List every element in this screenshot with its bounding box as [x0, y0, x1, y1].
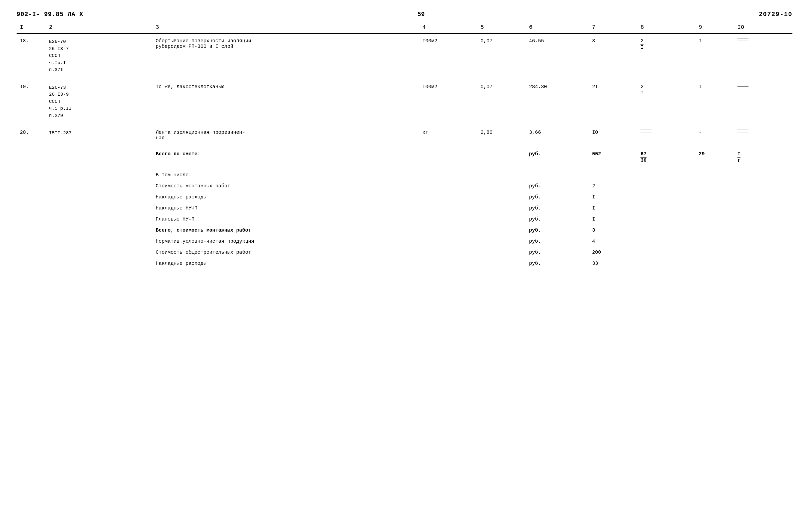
breakdown-label: Накладные расходы: [152, 257, 419, 268]
col-header-2: 2: [46, 21, 152, 33]
row-col9: I: [695, 33, 734, 76]
row-col8: [637, 121, 695, 143]
breakdown-title: В том числе:: [152, 166, 419, 180]
summary-unit: руб.: [526, 143, 589, 166]
col-header-5: 5: [477, 21, 526, 33]
breakdown-value: 200: [589, 246, 637, 257]
table-row: I8. Е26-7026.I3-7СССПч.Iр.Iп.37I Обертыв…: [17, 33, 792, 76]
breakdown-label: Норматив.условно-чистая продукция: [152, 235, 419, 246]
summary-val7: 552: [589, 143, 637, 166]
row-ref: Е26-7026.I3-7СССПч.Iр.Iп.37I: [46, 33, 152, 76]
row-unit: кг: [419, 121, 478, 143]
table-row: 20. I5II-287 Лента изоляционная прорезин…: [17, 121, 792, 143]
summary-val9: 29: [695, 143, 734, 166]
row-desc: Обертывание поверхности изоляциирубероид…: [152, 33, 419, 76]
breakdown-unit: руб.: [526, 213, 589, 224]
breakdown-label: Стоимость монтажных работ: [152, 180, 419, 191]
row-col7: 3: [589, 33, 637, 76]
row-col5: 0,07: [477, 33, 526, 76]
row-col8: 2 I: [637, 76, 695, 122]
fraction: I г: [737, 152, 740, 163]
breakdown-row: Норматив.условно-чистая продукция руб. 4: [17, 235, 792, 246]
fraction: 2 I: [640, 84, 643, 96]
col-header-6: 6: [526, 21, 589, 33]
row-col6: 284,30: [526, 76, 589, 122]
fraction: 67 30: [640, 152, 647, 163]
breakdown-label: Плановые НУЧП: [152, 213, 419, 224]
row-col7: I0: [589, 121, 637, 143]
row-num: 20.: [17, 121, 46, 143]
row-col5: 0,07: [477, 76, 526, 122]
row-col10: [734, 33, 792, 76]
row-col9: I: [695, 76, 734, 122]
breakdown-row: Всего, стоимость монтажных работ руб. 3: [17, 224, 792, 235]
summary-row: Всего по смете: руб. 552 67 30 29 I г: [17, 143, 792, 166]
row-desc: Лента изоляционная прорезинен-ная: [152, 121, 419, 143]
col-header-3: 3: [152, 21, 419, 33]
col-header-7: 7: [589, 21, 637, 33]
breakdown-unit: руб.: [526, 257, 589, 268]
breakdown-row: Накладные расходы руб. I: [17, 191, 792, 202]
row-col7: 2I: [589, 76, 637, 122]
row-col10: [734, 76, 792, 122]
breakdown-row: Накладные НУЧП руб. I: [17, 202, 792, 213]
row-num: I8.: [17, 33, 46, 76]
col-header-8: 8: [637, 21, 695, 33]
summary-val10: I г: [734, 143, 792, 166]
row-num: I9.: [17, 76, 46, 122]
breakdown-title-row: В том числе:: [17, 166, 792, 180]
row-unit: I00м2: [419, 76, 478, 122]
summary-val8: 67 30: [637, 143, 695, 166]
breakdown-unit: руб.: [526, 224, 589, 235]
main-table: I 2 3 4 5 6 7 8 9 IO I8. Е26-7026.I3-7СС…: [17, 21, 792, 268]
breakdown-label: Стоимость общестроительных работ: [152, 246, 419, 257]
breakdown-label: Накладные НУЧП: [152, 202, 419, 213]
row-col6: 3,66: [526, 121, 589, 143]
breakdown-row: Стоимость монтажных работ руб. 2: [17, 180, 792, 191]
col-header-1: I: [17, 21, 46, 33]
row-ref: Е26-7326.I3-9СССПч.5 р.IIп.279: [46, 76, 152, 122]
row-ref: I5II-287: [46, 121, 152, 143]
row-col8: 2 I: [637, 33, 695, 76]
header-center: 59: [417, 11, 425, 18]
table-row: I9. Е26-7326.I3-9СССПч.5 р.IIп.279 То же…: [17, 76, 792, 122]
breakdown-value: I: [589, 213, 637, 224]
row-desc: То же, лакостеклотканью: [152, 76, 419, 122]
breakdown-row: Стоимость общестроительных работ руб. 20…: [17, 246, 792, 257]
page-header: 902-I- 99.85 ЛА Х 59 20729-10: [17, 11, 792, 18]
summary-empty: [46, 143, 152, 166]
breakdown-unit: руб.: [526, 202, 589, 213]
row-col5: 2,80: [477, 121, 526, 143]
col-header-9: 9: [695, 21, 734, 33]
fraction: 2 I: [640, 38, 643, 50]
breakdown-label: Накладные расходы: [152, 191, 419, 202]
summary-empty: [477, 143, 526, 166]
breakdown-row: Плановые НУЧП руб. I: [17, 213, 792, 224]
breakdown-value: 2: [589, 180, 637, 191]
breakdown-unit: руб.: [526, 246, 589, 257]
table-header-row: I 2 3 4 5 6 7 8 9 IO: [17, 21, 792, 33]
row-col10: [734, 121, 792, 143]
breakdown-value: I: [589, 191, 637, 202]
breakdown-unit: руб.: [526, 180, 589, 191]
breakdown-unit: руб.: [526, 191, 589, 202]
breakdown-value: 33: [589, 257, 637, 268]
summary-label: Всего по смете:: [152, 143, 419, 166]
header-left: 902-I- 99.85 ЛА Х: [17, 11, 83, 18]
breakdown-unit: руб.: [526, 235, 589, 246]
breakdown-value: 3: [589, 224, 637, 235]
breakdown-label: Всего, стоимость монтажных работ: [152, 224, 419, 235]
summary-empty: [419, 143, 478, 166]
col-header-4: 4: [419, 21, 478, 33]
col-header-10: IO: [734, 21, 792, 33]
header-right: 20729-10: [759, 11, 792, 18]
breakdown-value: I: [589, 202, 637, 213]
row-col6: 46,55: [526, 33, 589, 76]
summary-empty: [17, 143, 46, 166]
row-unit: I00м2: [419, 33, 478, 76]
breakdown-row: Накладные расходы руб. 33: [17, 257, 792, 268]
breakdown-value: 4: [589, 235, 637, 246]
row-col9: -: [695, 121, 734, 143]
